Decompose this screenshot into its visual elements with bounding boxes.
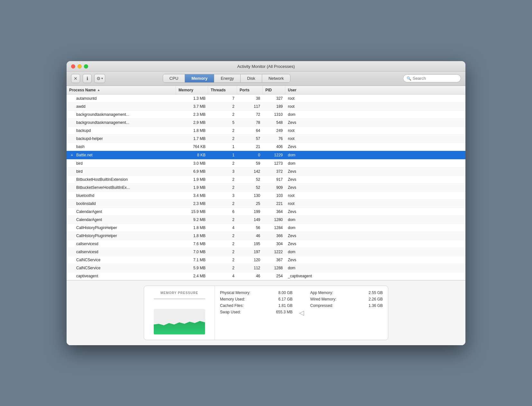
td-ports: 117: [237, 103, 263, 110]
td-memory: 1.3 MB: [176, 95, 208, 102]
td-threads: 3: [208, 168, 237, 175]
td-name: bird: [67, 168, 176, 175]
table-row[interactable]: bootinstalld 2.3 MB 2 25 221 root: [67, 200, 465, 208]
td-threads: 2: [208, 248, 237, 256]
close-button[interactable]: [71, 64, 75, 69]
tab-network[interactable]: Network: [262, 74, 290, 82]
td-pid: 548: [263, 119, 285, 126]
physical-memory-row: Physical Memory: 8.00 GB: [220, 291, 293, 295]
td-pid: 1273: [263, 160, 285, 167]
table-row[interactable]: CallHistoryPluginHelper 1.8 MB 4 56 1284…: [67, 224, 465, 232]
tab-disk[interactable]: Disk: [241, 74, 262, 82]
td-threads: 2: [208, 160, 237, 167]
td-pid: 189: [263, 103, 285, 110]
td-ports: 195: [237, 240, 263, 248]
info-button[interactable]: ℹ: [83, 74, 92, 83]
search-input[interactable]: [413, 76, 457, 81]
td-name: CalNCService: [67, 256, 176, 264]
td-user: Zevs: [285, 119, 465, 126]
td-pid: 372: [263, 168, 285, 175]
process-name-text: awdd: [69, 104, 86, 109]
memory-used-value: 6.17 GB: [278, 297, 292, 301]
td-memory: 8 KB: [176, 151, 208, 159]
table-row[interactable]: CalNCService 5.9 MB 2 112 1288 dom: [67, 264, 465, 272]
td-user: root: [285, 127, 465, 134]
td-pid: 1288: [263, 264, 285, 272]
minimize-button[interactable]: [78, 64, 82, 69]
td-memory: 7.0 MB: [176, 248, 208, 256]
td-user: Zevs: [285, 256, 465, 264]
td-threads: 2: [208, 176, 237, 183]
td-memory: 2.3 MB: [176, 111, 208, 118]
swap-used-label: Swap Used:: [220, 310, 241, 314]
td-threads: 2: [208, 184, 237, 191]
table-row[interactable]: ⚔Battle.net 8 KB 1 0 1229 dom: [67, 151, 465, 160]
table-row[interactable]: CalNCService 7.1 MB 2 120 367 Zevs: [67, 256, 465, 264]
table-row[interactable]: callservicesd 7.6 MB 2 195 304 Zevs: [67, 240, 465, 248]
table-row[interactable]: bluetoothd 3.4 MB 3 130 103 root: [67, 192, 465, 200]
table-row[interactable]: awdd 3.7 MB 2 117 189 root: [67, 103, 465, 111]
maximize-button[interactable]: [84, 64, 88, 69]
table-row[interactable]: captiveagent 2.4 MB 4 46 254 _captiveage…: [67, 272, 465, 280]
td-user: root: [285, 95, 465, 102]
td-user: Zevs: [285, 143, 465, 151]
table-row[interactable]: BitbucketHostBuiltInExtension 1.9 MB 2 5…: [67, 176, 465, 184]
process-name-text: backupd: [69, 128, 91, 133]
td-threads: 1: [208, 143, 237, 151]
column-header-threads[interactable]: Threads: [208, 86, 237, 94]
process-name-text: captiveagent: [69, 274, 98, 278]
column-header-user[interactable]: User: [285, 86, 465, 94]
table-row[interactable]: bash 764 KB 1 21 406 Zevs: [67, 143, 465, 151]
td-memory: 1.9 MB: [176, 176, 208, 183]
app-memory-value: 2.55 GB: [369, 291, 383, 295]
td-ports: 78: [237, 119, 263, 126]
table-row[interactable]: backgroundtaskmanagement... 2.3 MB 2 72 …: [67, 111, 465, 119]
table-row[interactable]: BitbucketServerHostBuiltInEx... 1.9 MB 2…: [67, 184, 465, 192]
table-row[interactable]: CalendarAgent 15.9 MB 6 199 364 Zevs: [67, 208, 465, 216]
table-row[interactable]: backupd-helper 1.7 MB 2 57 76 root: [67, 135, 465, 143]
td-user: Zevs: [285, 184, 465, 191]
gear-button[interactable]: ⚙ ▾: [94, 74, 105, 83]
table-row[interactable]: bird 3.0 MB 2 59 1273 dom: [67, 160, 465, 168]
td-memory: 7.1 MB: [176, 256, 208, 264]
column-header-pid[interactable]: PID: [263, 86, 285, 94]
td-memory: 1.8 MB: [176, 224, 208, 232]
td-user: dom: [285, 160, 465, 167]
tab-cpu[interactable]: CPU: [163, 74, 185, 82]
td-threads: 5: [208, 119, 237, 126]
td-pid: 254: [263, 272, 285, 280]
search-box[interactable]: 🔍: [403, 74, 461, 82]
close-process-button[interactable]: ✕: [71, 74, 80, 83]
td-name: CalNCService: [67, 264, 176, 272]
table-row[interactable]: CalendarAgent 9.2 MB 2 149 1280 dom: [67, 216, 465, 224]
td-ports: 46: [237, 272, 263, 280]
td-ports: 38: [237, 95, 263, 102]
td-memory: 5.9 MB: [176, 264, 208, 272]
table-row[interactable]: backgroundtaskmanagement... 2.9 MB 5 78 …: [67, 119, 465, 127]
td-pid: 1280: [263, 216, 285, 224]
table-row[interactable]: bird 6.9 MB 3 142 372 Zevs: [67, 168, 465, 176]
td-name: CallHistoryPluginHelper: [67, 232, 176, 240]
table-row[interactable]: callservicesd 7.0 MB 2 197 1222 dom: [67, 248, 465, 256]
divider-arrow: ◁: [299, 291, 304, 335]
td-threads: 2: [208, 232, 237, 240]
td-pid: 917: [263, 176, 285, 183]
tab-memory[interactable]: Memory: [185, 74, 214, 82]
td-ports: 57: [237, 135, 263, 143]
tab-energy[interactable]: Energy: [214, 74, 241, 82]
table-row[interactable]: autamountd 1.3 MB 7 38 327 root: [67, 95, 465, 103]
td-pid: 304: [263, 240, 285, 248]
td-ports: 112: [237, 264, 263, 272]
wired-memory-value: 2.26 GB: [369, 297, 383, 301]
td-threads: 4: [208, 272, 237, 280]
column-header-process-name[interactable]: Process Name ▲: [67, 86, 176, 94]
table-row[interactable]: backupd 1.8 MB 2 64 249 root: [67, 127, 465, 135]
process-name-text: bluetoothd: [69, 193, 94, 198]
column-header-memory[interactable]: Memory: [176, 86, 208, 94]
process-name-text: CallHistoryPluginHelper: [69, 234, 117, 238]
column-header-ports[interactable]: Ports: [237, 86, 263, 94]
td-name: autamountd: [67, 95, 176, 102]
process-name-text: Battle.net: [76, 153, 93, 157]
td-name: CallHistoryPluginHelper: [67, 224, 176, 232]
table-row[interactable]: CallHistoryPluginHelper 1.8 MB 2 46 366 …: [67, 232, 465, 240]
